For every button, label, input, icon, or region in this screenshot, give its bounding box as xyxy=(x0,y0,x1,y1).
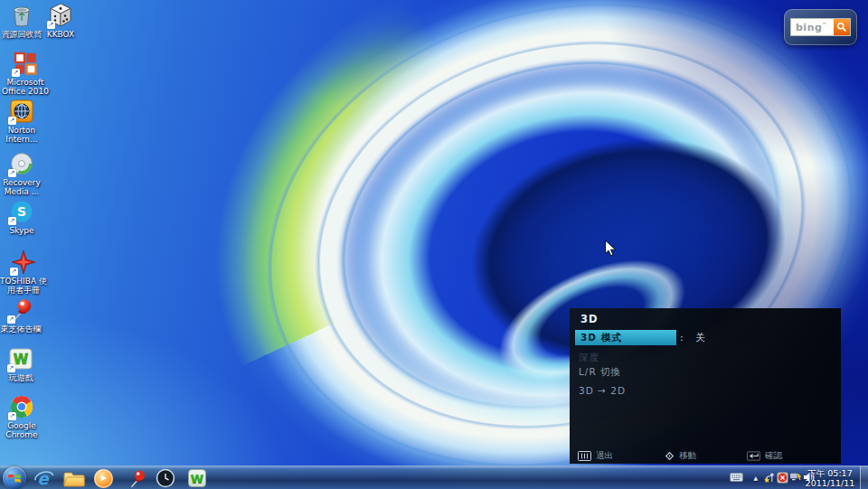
bing-logo: bing™ xyxy=(791,22,834,33)
shortcut-arrow-icon: ↗ xyxy=(12,69,20,77)
osd-title: 3D xyxy=(580,313,599,325)
taskbar-internet-explorer[interactable]: e xyxy=(33,468,54,488)
osd-value-text: 关 xyxy=(696,332,707,344)
bing-search-gadget[interactable]: bing™ xyxy=(784,9,857,45)
tray-show-hidden-icons[interactable]: ▲ xyxy=(753,475,758,481)
icon-label: TOSHIBA 使 用者手冊 xyxy=(0,277,47,295)
start-button[interactable] xyxy=(3,466,26,489)
osd-hint-confirm: 確認 xyxy=(747,449,782,462)
desktop-icon-toshiba-manual[interactable]: ↗ TOSHIBA 使 用者手冊 xyxy=(0,249,50,295)
keyboard-icon xyxy=(730,473,743,482)
osd-3d-menu: 3D 3D 模式 : 关 深度 L/R 切換 3D → 2D 退出 xyxy=(570,308,841,464)
tray-clock[interactable]: 下午 05:17 2011/11/11 xyxy=(805,468,855,488)
keypad-icon xyxy=(578,451,591,461)
action-center-alert-icon xyxy=(777,472,788,484)
navigate-icon xyxy=(665,451,675,461)
folder-icon xyxy=(63,469,85,488)
compass-star-icon: ↗ xyxy=(10,249,37,276)
wildtangent-w-glyph: W xyxy=(14,352,29,368)
shortcut-arrow-icon: ↗ xyxy=(7,315,15,324)
osd-item-depth[interactable]: 深度 xyxy=(579,352,599,364)
desktop-icon-skype[interactable]: S ↗ Skype xyxy=(0,198,48,235)
icon-label: Skype xyxy=(9,226,33,235)
tray-action-center[interactable] xyxy=(777,472,788,484)
pushpin-icon: ↗ xyxy=(7,296,34,324)
shortcut-arrow-icon: ↗ xyxy=(8,117,16,125)
shortcut-arrow-icon: ↗ xyxy=(7,364,15,372)
osd-item-3d-mode[interactable]: 3D 模式 xyxy=(575,330,676,345)
icon-label: 東芝佈告欄 xyxy=(1,324,42,334)
desktop-icon-recovery-media[interactable]: ↗ Recovery Media ... xyxy=(0,150,48,196)
skype-icon: S ↗ xyxy=(8,198,35,225)
wildtangent-w-glyph: W xyxy=(191,472,203,485)
osd-3d-mode-value: : 关 xyxy=(680,332,706,344)
shortcut-arrow-icon: ↗ xyxy=(8,217,16,225)
recycle-bin-icon xyxy=(8,2,35,29)
osd-item-lr-swap[interactable]: L/R 切換 xyxy=(579,366,621,379)
taskbar: e W xyxy=(0,465,868,489)
desktop-icon-google-chrome[interactable]: ↗ Google Chrome xyxy=(0,393,48,439)
osd-footer: 退出 移動 確認 xyxy=(570,449,841,462)
desktop-icon-microsoft-office[interactable]: ↗ Microsoft Office 2010 xyxy=(0,50,52,96)
wildtangent-icon: W xyxy=(188,469,206,487)
bing-search-button[interactable] xyxy=(834,19,850,35)
windows-flag-icon xyxy=(7,473,22,484)
antenna-warning-icon xyxy=(764,472,776,483)
tray-network-status[interactable] xyxy=(789,472,801,482)
icon-label: 玩遊戲 xyxy=(9,373,33,382)
pushpin-icon xyxy=(127,468,147,489)
mouse-cursor xyxy=(604,240,617,258)
shortcut-arrow-icon: ↗ xyxy=(8,412,16,420)
desktop-icon-play-games[interactable]: W ↗ 玩遊戲 xyxy=(0,345,47,382)
skype-s-glyph: S xyxy=(17,204,26,219)
icon-label: Google Chrome xyxy=(5,421,37,439)
chevron-up-icon: ▲ xyxy=(753,475,758,481)
shortcut-arrow-icon: ↗ xyxy=(10,268,18,276)
taskbar-reeltime[interactable] xyxy=(155,468,176,488)
wildtangent-icon: W ↗ xyxy=(7,345,34,372)
desktop-icon-norton[interactable]: ↗ Norton Intern... xyxy=(0,98,48,144)
osd-hint-label: 確認 xyxy=(765,450,782,462)
media-player-icon xyxy=(94,469,113,488)
desktop-wallpaper: 資源回收筒 ↗ KKBOX ↗ Microsoft Of xyxy=(0,0,868,489)
icon-label: Microsoft Office 2010 xyxy=(2,78,49,96)
clock-date: 2011/11/11 xyxy=(805,478,855,488)
taskbar-media-player[interactable] xyxy=(92,468,114,488)
taskbar-wildtangent-games[interactable]: W xyxy=(186,468,208,488)
tray-wireless-status[interactable] xyxy=(764,472,776,483)
osd-hint-move: 移動 xyxy=(665,449,696,462)
office-icon: ↗ xyxy=(12,50,39,77)
icon-label: Norton Intern... xyxy=(5,126,37,144)
show-desktop-button[interactable] xyxy=(860,466,868,489)
norton-globe-icon: ↗ xyxy=(8,98,35,125)
enter-icon xyxy=(747,451,760,461)
disc-icon: ↗ xyxy=(8,150,35,177)
chrome-icon: ↗ xyxy=(8,393,35,420)
osd-hint-label: 退出 xyxy=(596,450,613,462)
network-warning-icon xyxy=(789,472,801,482)
clock-time: 下午 05:17 xyxy=(805,468,855,478)
icon-label: KKBOX xyxy=(47,30,75,39)
search-icon xyxy=(836,22,847,33)
shortcut-arrow-icon: ↗ xyxy=(47,21,55,29)
osd-hint-label: 移動 xyxy=(679,450,696,462)
tray-language-keyboard[interactable] xyxy=(730,473,743,482)
osd-item-3d-to-2d[interactable]: 3D → 2D xyxy=(579,385,626,396)
desktop-icon-kkbox[interactable]: ↗ KKBOX xyxy=(34,2,87,39)
taskbar-bulletin-board[interactable] xyxy=(126,468,147,488)
kkbox-icon: ↗ xyxy=(47,2,74,29)
osd-value-separator: : xyxy=(680,332,684,344)
internet-explorer-icon: e xyxy=(33,468,54,489)
clock-app-icon xyxy=(156,468,175,488)
shortcut-arrow-icon: ↗ xyxy=(8,169,16,177)
taskbar-windows-explorer[interactable] xyxy=(63,468,85,488)
osd-hint-exit: 退出 xyxy=(578,449,613,462)
desktop-icon-bulletin-board[interactable]: ↗ 東芝佈告欄 xyxy=(0,296,47,334)
bing-search-input[interactable]: bing™ xyxy=(790,18,851,36)
icon-label: Recovery Media ... xyxy=(3,178,41,196)
